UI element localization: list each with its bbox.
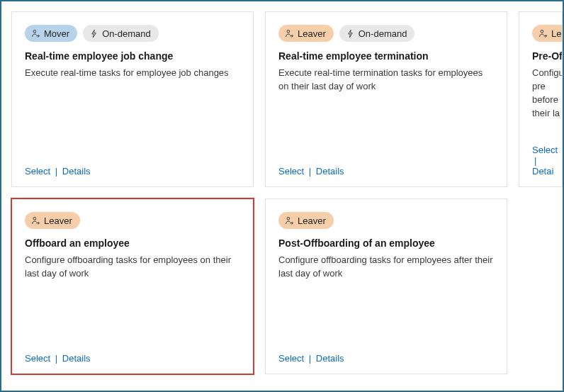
tag-label: Leaver xyxy=(298,28,326,39)
template-card[interactable]: Leaver Post-Offboarding of an employee C… xyxy=(265,198,507,374)
separator: | xyxy=(55,353,57,364)
tag-label: Leaver xyxy=(298,215,326,226)
card-description: Configure pre before their la xyxy=(532,67,562,120)
tag-label: On-demand xyxy=(359,28,407,39)
tag-leaver: Leaver xyxy=(25,212,80,229)
card-actions: Select | Details xyxy=(278,166,494,177)
person-arrow-icon xyxy=(285,216,294,225)
tag-leaver: Leaver xyxy=(532,25,563,42)
person-arrow-icon xyxy=(31,29,40,38)
tag-mover: Mover xyxy=(25,25,77,42)
tag-row: Leaver xyxy=(25,212,240,229)
details-link[interactable]: Details xyxy=(316,166,344,177)
card-title: Real-time employee termination xyxy=(278,50,494,62)
tag-row: Leaver On-demand xyxy=(278,25,494,42)
separator: | xyxy=(309,353,311,364)
tag-label: On-demand xyxy=(102,28,151,39)
card-title: Offboard an employee xyxy=(25,237,240,249)
tag-on-demand: On-demand xyxy=(339,25,415,42)
tag-row: Mover On-demand xyxy=(25,25,240,42)
card-title: Pre-Offboard xyxy=(532,50,562,62)
card-description: Configure offboarding tasks for employee… xyxy=(278,254,494,281)
card-description: Execute real-time termination tasks for … xyxy=(278,67,494,94)
svg-point-3 xyxy=(33,217,36,220)
select-link[interactable]: Select xyxy=(278,166,304,177)
tag-row: Leaver xyxy=(532,25,562,42)
card-description: Execute real-time tasks for employee job… xyxy=(25,67,240,80)
person-arrow-icon xyxy=(538,29,548,38)
select-link[interactable]: Select xyxy=(25,166,50,177)
separator: | xyxy=(55,166,57,177)
svg-point-4 xyxy=(287,217,290,220)
card-description: Configure offboarding tasks for employee… xyxy=(25,254,240,281)
card-actions: Select | Details xyxy=(25,166,240,177)
template-card[interactable]: Leaver Offboard an employee Configure of… xyxy=(11,198,254,374)
card-actions: Select | Details xyxy=(25,353,240,364)
details-link[interactable]: Details xyxy=(62,353,91,364)
template-card[interactable]: Leaver On-demand Real-time employee term… xyxy=(265,11,507,187)
card-actions: Select | Details xyxy=(278,353,494,364)
person-arrow-icon xyxy=(285,29,294,38)
details-link[interactable]: Details xyxy=(316,353,344,364)
template-card[interactable]: Mover On-demand Real-time employee job c… xyxy=(11,11,254,187)
template-gallery: Mover On-demand Real-time employee job c… xyxy=(0,0,564,392)
svg-point-2 xyxy=(541,30,543,33)
tag-row: Leaver xyxy=(278,212,494,229)
card-title: Post-Offboarding of an employee xyxy=(278,237,494,249)
select-link[interactable]: Select xyxy=(25,353,50,364)
tag-leaver: Leaver xyxy=(278,212,334,229)
person-arrow-icon xyxy=(31,216,40,225)
template-card[interactable]: Leaver Pre-Offboard Configure pre before… xyxy=(519,11,563,187)
details-link[interactable]: Detai xyxy=(532,166,553,177)
separator: | xyxy=(309,166,311,177)
select-link[interactable]: Select xyxy=(532,145,558,155)
card-grid: Mover On-demand Real-time employee job c… xyxy=(1,1,563,384)
svg-point-0 xyxy=(33,30,36,33)
details-link[interactable]: Details xyxy=(62,166,91,177)
lightning-icon xyxy=(89,29,98,38)
tag-label: Mover xyxy=(44,28,69,39)
lightning-icon xyxy=(346,29,355,38)
tag-label: Leaver xyxy=(44,215,72,226)
svg-point-1 xyxy=(287,30,290,33)
tag-leaver: Leaver xyxy=(278,25,334,42)
tag-label: Leaver xyxy=(551,28,563,39)
card-title: Real-time employee job change xyxy=(25,50,240,62)
separator: | xyxy=(534,155,536,166)
select-link[interactable]: Select xyxy=(278,353,304,364)
card-actions: Select | Detai xyxy=(532,145,562,177)
tag-on-demand: On-demand xyxy=(83,25,159,42)
